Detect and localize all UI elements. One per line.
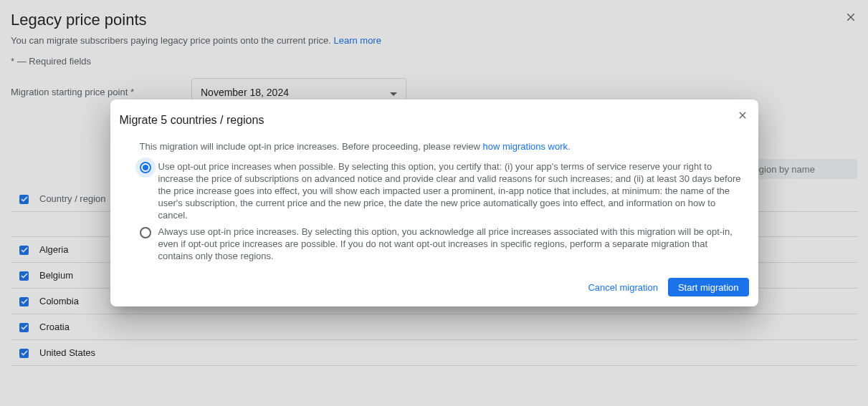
dialog-intro: This migration will include opt-in price… xyxy=(140,141,742,152)
intro-text: This migration will include opt-in price… xyxy=(140,141,483,152)
close-icon[interactable] xyxy=(737,110,748,124)
migrate-dialog: Migrate 5 countries / regions This migra… xyxy=(110,100,758,306)
intro-post: . xyxy=(568,141,571,152)
radio-selected[interactable] xyxy=(140,162,151,173)
how-migrations-link[interactable]: how migrations work xyxy=(483,141,568,152)
opt-out-option[interactable]: Use opt-out price increases when possibl… xyxy=(140,160,742,221)
opt-in-label: Always use opt-in price increases. By se… xyxy=(158,226,742,262)
modal-overlay: Migrate 5 countries / regions This migra… xyxy=(0,0,868,406)
opt-in-option[interactable]: Always use opt-in price increases. By se… xyxy=(140,226,742,262)
start-migration-button[interactable]: Start migration xyxy=(668,278,749,296)
opt-out-label: Use opt-out price increases when possibl… xyxy=(158,160,742,221)
dialog-title: Migrate 5 countries / regions xyxy=(120,114,749,127)
cancel-migration-button[interactable]: Cancel migration xyxy=(588,278,658,296)
radio-unselected[interactable] xyxy=(140,227,151,238)
